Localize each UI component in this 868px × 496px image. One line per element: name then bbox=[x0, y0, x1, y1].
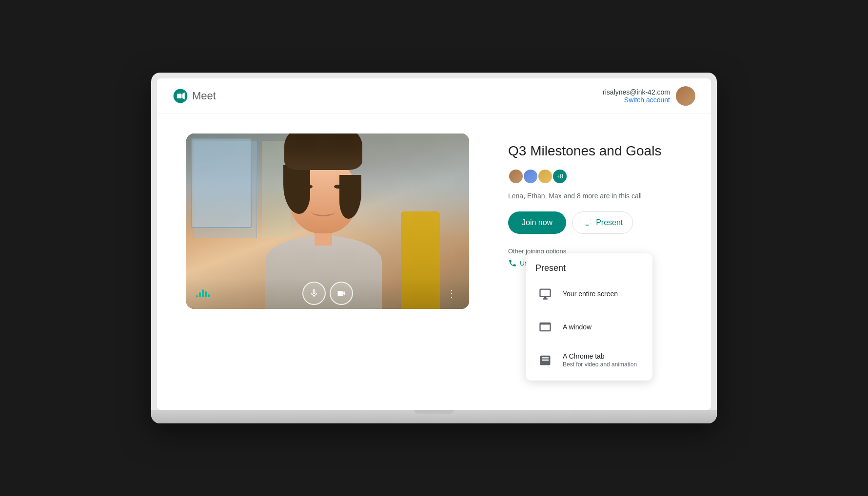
audio-bar-2 bbox=[199, 292, 201, 297]
participant-avatar-3 bbox=[537, 169, 553, 184]
laptop-notch bbox=[414, 410, 454, 414]
video-controls: ⋮ bbox=[186, 278, 469, 309]
present-icon bbox=[582, 218, 592, 228]
user-avatar[interactable] bbox=[676, 86, 695, 106]
user-info: risalynes@ink-42.com Switch account bbox=[603, 88, 670, 104]
bg-window bbox=[194, 141, 257, 238]
header: Meet risalynes@ink-42.com Switch account bbox=[157, 78, 711, 114]
audio-indicator bbox=[196, 289, 210, 297]
camera-icon bbox=[336, 288, 346, 298]
present-entire-screen[interactable]: Your entire screen bbox=[526, 277, 652, 310]
video-preview: ⋮ bbox=[186, 134, 469, 309]
svg-rect-1 bbox=[177, 94, 182, 98]
switch-account-link[interactable]: Switch account bbox=[603, 96, 670, 104]
participants-text: Lena, Ethan, Max and 8 more are in this … bbox=[508, 192, 682, 200]
meeting-title: Q3 Milestones and Goals bbox=[508, 143, 682, 159]
present-window[interactable]: A window bbox=[526, 310, 652, 343]
present-dropdown: Present Your entire screen bbox=[526, 253, 652, 381]
tab-icon bbox=[535, 350, 555, 370]
participant-count-badge: +8 bbox=[552, 169, 568, 184]
more-dots-icon: ⋮ bbox=[447, 287, 456, 299]
user-area: risalynes@ink-42.com Switch account bbox=[603, 86, 695, 106]
hair-side-right bbox=[339, 175, 361, 219]
monitor-icon bbox=[535, 284, 555, 304]
mic-icon bbox=[309, 288, 319, 298]
entire-screen-label: Your entire screen bbox=[563, 290, 618, 298]
mic-button[interactable] bbox=[302, 282, 326, 305]
present-button[interactable]: Present bbox=[572, 211, 633, 234]
camera-button[interactable] bbox=[330, 282, 353, 305]
participant-avatar-1 bbox=[508, 169, 524, 184]
hair-top bbox=[284, 134, 362, 170]
controls-center bbox=[302, 282, 353, 305]
audio-bar-5 bbox=[208, 294, 210, 297]
right-panel: Q3 Milestones and Goals +8 Lena, Ethan, … bbox=[508, 134, 682, 267]
audio-bar-1 bbox=[196, 295, 198, 297]
audio-bar-4 bbox=[205, 291, 207, 297]
laptop-frame: Meet risalynes@ink-42.com Switch account bbox=[151, 73, 717, 423]
logo-area: Meet bbox=[173, 88, 216, 104]
app-title: Meet bbox=[192, 90, 216, 102]
laptop-screen: Meet risalynes@ink-42.com Switch account bbox=[157, 78, 711, 410]
participant-avatar-2 bbox=[523, 169, 538, 184]
window-icon bbox=[535, 317, 555, 337]
join-now-button[interactable]: Join now bbox=[508, 211, 566, 234]
audio-bar-3 bbox=[202, 289, 204, 297]
action-buttons: Join now Present bbox=[508, 211, 682, 234]
dropdown-title: Present bbox=[526, 257, 652, 277]
hair-side-left bbox=[283, 165, 310, 214]
window-label: A window bbox=[563, 323, 592, 331]
meet-logo-icon bbox=[173, 88, 188, 104]
present-label: Present bbox=[596, 218, 623, 227]
participants-row: +8 bbox=[508, 169, 682, 184]
chrome-tab-sublabel: Best for video and animation bbox=[563, 361, 637, 368]
present-chrome-tab[interactable]: A Chrome tab Best for video and animatio… bbox=[526, 343, 652, 377]
more-options-button[interactable]: ⋮ bbox=[444, 286, 459, 301]
svg-marker-2 bbox=[182, 93, 185, 99]
chrome-tab-label: A Chrome tab bbox=[563, 352, 637, 360]
phone-icon bbox=[508, 259, 517, 267]
laptop-base bbox=[151, 410, 717, 423]
smile bbox=[311, 207, 335, 216]
user-email: risalynes@ink-42.com bbox=[603, 88, 670, 96]
main-content: ⋮ Q3 Milestones and Goals +8 Lena, Ethan… bbox=[157, 114, 711, 328]
